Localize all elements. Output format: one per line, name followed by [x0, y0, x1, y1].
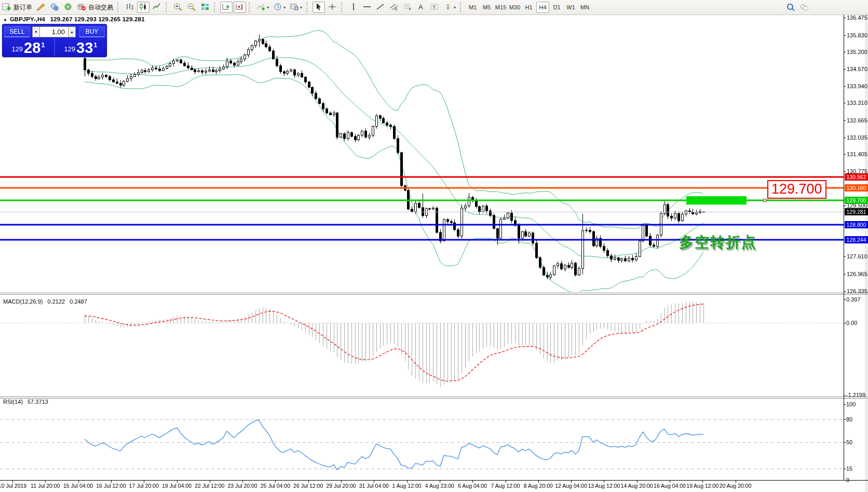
timeframe-m5[interactable]: M5 [480, 2, 493, 13]
x-axis-label: 8 Aug 20:00 [524, 483, 553, 489]
one-click-trade-panel: SELL ▼ ▲ BUY 129 28 1 129 33 1 [2, 24, 107, 57]
timeframe-m30[interactable]: M30 [508, 2, 521, 13]
equidistant-channel-icon: E [389, 3, 399, 12]
toolbar-auto-scroll-button[interactable] [220, 2, 233, 13]
x-axis-label: 10 Jul 2019 [0, 483, 26, 489]
svg-text:T: T [433, 5, 436, 10]
toolbar-horizontal-line-button[interactable] [361, 2, 373, 13]
sell-price-pips: 28 [24, 41, 40, 54]
timeframe-h1[interactable]: H1 [522, 2, 535, 13]
bar-chart-icon [125, 3, 134, 12]
toolbar-autotrading-button[interactable]: 自动交易 [75, 2, 115, 13]
x-axis-label: 16 Jul 12:00 [96, 483, 126, 489]
volume-input[interactable] [40, 26, 68, 37]
chevron-down-icon[interactable]: ▾ [283, 5, 286, 10]
x-axis-label: 26 Jul 12:00 [293, 483, 323, 489]
price-tag: 128.244 [845, 236, 868, 243]
toolbar-candlestick-chart-button[interactable] [137, 2, 150, 13]
toolbar-cursor-button[interactable] [313, 2, 325, 13]
periods-icon [273, 3, 282, 12]
price-tag: 129.700 [845, 197, 868, 204]
toolbar-chat-button[interactable] [798, 2, 810, 13]
toolbar-indicators-button[interactable]: ▾ [255, 2, 270, 13]
indicator-scale-label: 0.00 [846, 320, 857, 326]
price-chart-canvas[interactable] [0, 15, 868, 492]
turning-point-annotation[interactable]: 多空转折点 [679, 233, 757, 252]
toolbar-separator [214, 2, 218, 12]
toolbar-styler-button[interactable] [35, 2, 47, 13]
toolbar-tile-windows-button[interactable] [199, 2, 211, 13]
x-axis-label: 15 Jul 04:00 [63, 483, 93, 489]
timeframe-d1[interactable]: D1 [550, 2, 563, 13]
toolbar-arrows-button[interactable]: ▾ [442, 2, 457, 13]
timeframe-m1[interactable]: M1 [466, 2, 479, 13]
toolbar-periods-button[interactable]: ▾ [272, 2, 287, 13]
x-axis-label: 17 Jul 20:00 [129, 483, 159, 489]
indicator-scale-label: 50 [846, 439, 852, 445]
toolbar-line-chart-button[interactable] [151, 2, 163, 13]
candlestick-chart-icon [139, 3, 148, 12]
toolbar-separator [117, 2, 121, 12]
text-label-icon: T [430, 3, 439, 12]
toolbar-market-watch-button[interactable] [48, 2, 61, 13]
x-axis-label: 25 Jul 04:00 [261, 483, 290, 489]
y-axis-tick: 136.475 [847, 15, 867, 21]
toolbar-group-draw: EFAT▾ [312, 0, 458, 15]
crosshair-icon [328, 3, 337, 12]
ohlc-values: 129.267 129.293 129.265 129.281 [50, 16, 145, 22]
toolbar-vertical-line-button[interactable] [347, 2, 360, 13]
toolbar-text-button[interactable]: A [415, 2, 427, 13]
toolbar-templates-button[interactable]: ▾ [288, 2, 304, 13]
y-axis-tick: 131.405 [847, 151, 867, 157]
toolbar-search-button[interactable] [784, 2, 797, 13]
toolbar-separator [166, 2, 169, 12]
sell-price-figure: 129 [11, 45, 23, 53]
timeframe-m15[interactable]: M15 [494, 2, 507, 13]
x-axis-label: 14 Aug 20:00 [621, 483, 653, 489]
svg-text:A: A [418, 3, 423, 11]
toolbar-equidistant-channel-button[interactable]: E [388, 2, 400, 13]
sell-price[interactable]: 129 28 1 [3, 38, 55, 56]
toolbar-zoom-in-button[interactable] [172, 2, 184, 13]
toolbar-crosshair-button[interactable] [326, 2, 338, 13]
y-axis-tick: 134.570 [847, 66, 867, 72]
chevron-down-icon[interactable]: ▾ [267, 5, 269, 10]
sell-button[interactable]: SELL [4, 26, 30, 37]
toolbar-group-chart: ▾▾▾ [123, 0, 304, 15]
toolbar-chart-shift-button[interactable] [234, 2, 246, 13]
symbol-name: GBPJPY-,H4 [10, 16, 45, 22]
fibonacci-icon: F [403, 3, 412, 12]
chevron-down-icon[interactable]: ▾ [454, 5, 456, 10]
buy-price[interactable]: 129 33 1 [55, 38, 106, 56]
x-axis-label: 19 Aug 12:00 [686, 483, 718, 489]
market-watch-icon [50, 3, 59, 12]
navigator-icon [63, 3, 73, 12]
timeframe-w1[interactable]: W1 [564, 2, 577, 13]
toolbar-separator [460, 2, 464, 12]
indicator-scale-label: 100 [846, 401, 856, 407]
volume-decrease-button[interactable]: ▼ [32, 26, 40, 37]
vertical-line-icon [349, 3, 358, 12]
toolbar-trendline-button[interactable] [374, 2, 387, 13]
buy-price-pips: 33 [76, 41, 93, 54]
toolbar-navigator-button[interactable] [62, 2, 74, 13]
text-icon: A [416, 3, 426, 12]
toolbar-bar-chart-button[interactable] [124, 2, 136, 13]
rsi-value: 57.3713 [28, 399, 48, 405]
svg-text:F: F [409, 7, 411, 11]
buy-button[interactable]: BUY [79, 26, 105, 37]
x-axis-label: 1 Aug 12:00 [392, 483, 422, 489]
toolbar-fibonacci-button[interactable]: F [401, 2, 414, 13]
price-annotation-label[interactable]: 129.700 [767, 180, 826, 199]
chevron-down-icon[interactable]: ▾ [300, 5, 302, 10]
volume-increase-button[interactable]: ▲ [68, 26, 76, 37]
timeframe-mn[interactable]: MN [578, 2, 591, 13]
price-tag: 129.281 [845, 208, 868, 215]
toolbar-text-label-button[interactable]: T [428, 2, 441, 13]
timeframe-h4[interactable]: H4 [536, 2, 549, 13]
x-axis-label: 22 Jul 12:00 [195, 483, 224, 489]
toolbar-zoom-out-button[interactable] [185, 2, 198, 13]
collapse-panel-icon[interactable]: ▲ [3, 17, 7, 22]
toolbar-new-order-button[interactable]: 新订单 [1, 2, 34, 13]
zoom-out-icon [187, 3, 196, 12]
